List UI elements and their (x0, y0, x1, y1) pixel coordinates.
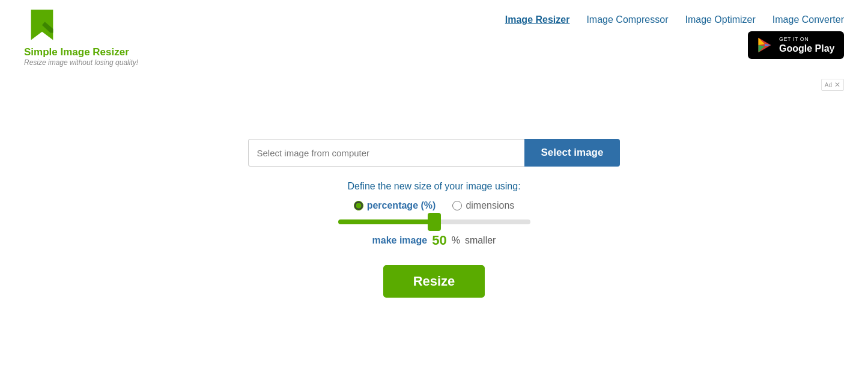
file-path-input[interactable] (248, 139, 524, 167)
radio-dimensions-label: dimensions (466, 200, 514, 211)
define-section: Define the new size of your image using:… (338, 181, 530, 248)
radio-percentage[interactable] (354, 201, 363, 210)
resize-button[interactable]: Resize (383, 265, 485, 298)
nav-image-converter[interactable]: Image Converter (772, 14, 844, 25)
logo-area: Simple Image Resizer Resize image withou… (24, 10, 138, 67)
google-play-text: GET IT ON Google Play (779, 36, 834, 54)
file-input-row: Select image (248, 139, 621, 167)
ad-placeholder: Ad ✕ (821, 79, 844, 91)
header: Simple Image Resizer Resize image withou… (0, 0, 868, 73)
nav-image-optimizer[interactable]: Image Optimizer (685, 14, 755, 25)
radio-dimensions[interactable] (452, 201, 462, 210)
percentage-display: 50 (432, 233, 446, 248)
nav-links: Image Resizer Image Compressor Image Opt… (505, 14, 844, 25)
logo-icon (24, 10, 60, 43)
radio-option-percentage[interactable]: percentage (%) (354, 200, 436, 211)
google-play-button[interactable]: GET IT ON Google Play (748, 31, 844, 59)
nav-image-compressor[interactable]: Image Compressor (586, 14, 668, 25)
smaller-label: smaller (465, 235, 496, 246)
logo-subtitle: Resize image without losing quality! (24, 58, 138, 67)
make-image-prefix: make image (372, 235, 428, 246)
ad-label: Ad (825, 82, 832, 88)
percent-sign: % (452, 235, 460, 246)
get-it-label: GET IT ON (779, 36, 834, 43)
ad-close-icon[interactable]: ✕ (834, 81, 840, 89)
nav-image-resizer[interactable]: Image Resizer (505, 14, 570, 25)
radio-percentage-label: percentage (%) (367, 200, 436, 211)
select-image-button[interactable]: Select image (524, 139, 621, 167)
main-content: Select image Define the new size of your… (0, 139, 868, 298)
make-image-row: make image 50 % smaller (372, 233, 496, 248)
logo-title[interactable]: Simple Image Resizer (24, 46, 129, 58)
slider-container (338, 219, 530, 224)
percentage-slider[interactable] (338, 219, 530, 224)
radio-row: percentage (%) dimensions (354, 200, 515, 211)
define-label: Define the new size of your image using: (347, 181, 520, 192)
nav-area: Image Resizer Image Compressor Image Opt… (505, 10, 844, 59)
svg-marker-0 (31, 10, 53, 40)
google-play-icon (756, 37, 773, 54)
ad-area: Ad ✕ (0, 79, 868, 91)
radio-option-dimensions[interactable]: dimensions (452, 200, 514, 211)
store-name-label: Google Play (779, 43, 834, 54)
